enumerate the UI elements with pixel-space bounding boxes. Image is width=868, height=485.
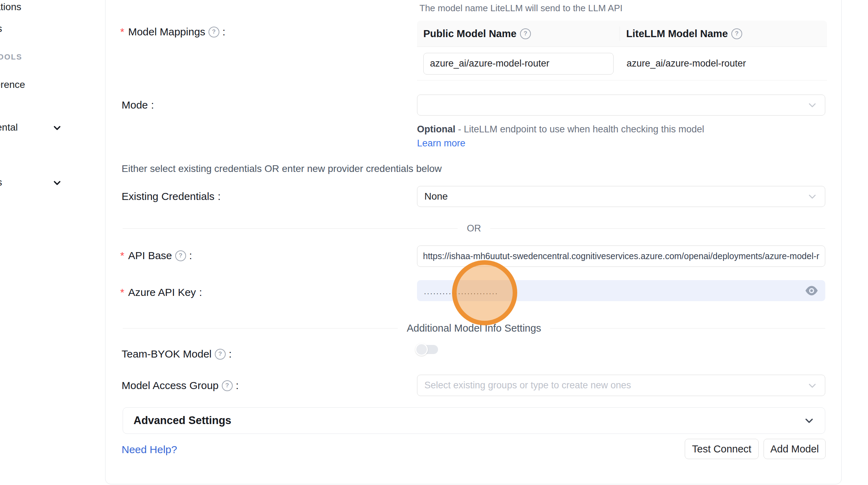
additional-settings-divider: Additional Model Info Settings bbox=[123, 323, 825, 334]
model-access-group-placeholder: Select existing groups or type to create… bbox=[424, 380, 631, 391]
team-byok-label: Team-BYOK Model ? : bbox=[122, 348, 232, 360]
model-access-group-label: Model Access Group ? : bbox=[122, 380, 239, 392]
toggle-knob bbox=[415, 343, 428, 356]
existing-credentials-label: Existing Credentials: bbox=[122, 190, 220, 202]
chevron-down-icon bbox=[53, 178, 62, 187]
chevron-down-icon bbox=[804, 415, 814, 426]
additional-settings-divider-text: Additional Model Info Settings bbox=[407, 323, 541, 334]
mode-helper-text: Optional - LiteLLM endpoint to use when … bbox=[417, 122, 708, 150]
model-name-helper-text: The model name LiteLLM will send to the … bbox=[419, 3, 623, 14]
eye-icon[interactable] bbox=[805, 285, 818, 296]
model-mappings-label: * Model Mappings ? : bbox=[120, 26, 225, 38]
or-divider-text: OR bbox=[467, 223, 481, 234]
credentials-hint-text: Either select existing credentials OR en… bbox=[122, 163, 442, 174]
masked-api-key-value: ........................ bbox=[424, 288, 498, 295]
or-divider: OR bbox=[123, 223, 825, 234]
required-marker: * bbox=[120, 286, 124, 298]
model-access-group-select[interactable]: Select existing groups or type to create… bbox=[417, 375, 825, 396]
column-litellm-model-name: LiteLLM Model Name ? bbox=[620, 27, 742, 41]
help-icon[interactable]: ? bbox=[215, 349, 226, 360]
advanced-settings-panel[interactable]: Advanced Settings bbox=[123, 407, 825, 434]
required-marker: * bbox=[120, 26, 124, 38]
chevron-down-icon bbox=[807, 381, 817, 390]
team-byok-toggle[interactable] bbox=[418, 345, 438, 354]
learn-more-link[interactable]: Learn more bbox=[417, 138, 465, 148]
required-marker: * bbox=[120, 250, 124, 262]
api-base-input[interactable] bbox=[417, 245, 825, 267]
table-row: azure_ai/azure-model-router bbox=[417, 47, 827, 81]
chevron-down-icon bbox=[807, 100, 817, 110]
chevron-down-icon bbox=[53, 123, 62, 132]
help-icon[interactable]: ? bbox=[731, 28, 742, 39]
sidebar-item-experimental[interactable]: ental bbox=[0, 122, 18, 133]
existing-credentials-value: None bbox=[424, 191, 448, 202]
sidebar-item-inference[interactable]: erence bbox=[0, 79, 25, 90]
sidebar-section-tools: TOOLS bbox=[0, 53, 22, 62]
public-model-name-input[interactable] bbox=[423, 53, 614, 75]
help-icon[interactable]: ? bbox=[209, 27, 219, 37]
help-icon[interactable]: ? bbox=[222, 380, 233, 391]
sidebar-item-organizations[interactable]: ations bbox=[0, 1, 21, 13]
sidebar-nav: ations s TOOLS erence ental s bbox=[0, 0, 105, 485]
sidebar-item-logs[interactable]: s bbox=[0, 23, 2, 34]
add-model-page: ations s TOOLS erence ental s The model … bbox=[0, 0, 868, 485]
chevron-down-icon bbox=[807, 192, 817, 201]
mode-label: Mode: bbox=[122, 99, 154, 111]
mode-select[interactable] bbox=[417, 95, 825, 116]
azure-api-key-label: * Azure API Key : bbox=[120, 286, 202, 298]
test-connect-button[interactable]: Test Connect bbox=[685, 439, 759, 459]
model-mappings-table: Public Model Name ? LiteLLM Model Name ?… bbox=[417, 21, 827, 81]
advanced-settings-title: Advanced Settings bbox=[134, 414, 231, 427]
mappings-table-header: Public Model Name ? LiteLLM Model Name ? bbox=[417, 21, 827, 47]
api-base-label: * API Base ? : bbox=[120, 250, 192, 262]
help-icon[interactable]: ? bbox=[175, 250, 186, 261]
need-help-link[interactable]: Need Help? bbox=[122, 444, 177, 456]
add-model-button[interactable]: Add Model bbox=[764, 439, 826, 459]
column-public-model-name: Public Model Name ? bbox=[417, 28, 620, 40]
sidebar-item-settings[interactable]: s bbox=[0, 177, 2, 188]
help-icon[interactable]: ? bbox=[520, 28, 531, 39]
azure-api-key-input[interactable]: ........................ bbox=[417, 280, 825, 301]
existing-credentials-select[interactable]: None bbox=[417, 186, 825, 207]
litellm-model-name-value: azure_ai/azure-model-router bbox=[620, 58, 746, 69]
